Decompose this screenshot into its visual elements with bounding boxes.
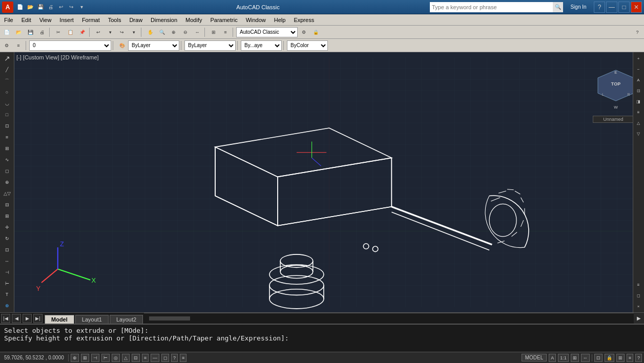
tab-layout2[interactable]: Layout2 <box>110 315 143 324</box>
pan-right-btn[interactable]: A <box>633 75 643 85</box>
layer-dropdown[interactable]: 0 <box>29 40 111 51</box>
lineweight-btn[interactable]: — <box>151 354 159 362</box>
ortho-btn[interactable]: ⊣ <box>91 354 99 362</box>
help-btn[interactable]: ? <box>635 354 642 362</box>
undo-btn[interactable]: ↩ <box>93 27 104 38</box>
zoom-window-btn[interactable]: ⊕ <box>168 27 179 38</box>
scroll-right-btn[interactable]: ▶ <box>634 313 644 324</box>
redo-btn[interactable]: ↪ <box>116 27 128 38</box>
extend-btn[interactable]: ⊢ <box>1 278 13 289</box>
rectangle-btn[interactable]: □ <box>1 110 13 120</box>
menu-draw[interactable]: Draw <box>125 14 147 25</box>
open-button[interactable]: 📂 <box>26 3 35 12</box>
menu-insert[interactable]: Insert <box>55 14 78 25</box>
search-input[interactable] <box>430 2 553 12</box>
zoom-in-btn[interactable]: + <box>633 53 643 63</box>
color-dropdown[interactable]: ByLayer <box>128 40 179 51</box>
zoom-out-btn[interactable]: − <box>633 64 643 74</box>
minimize-button[interactable]: ? <box>594 2 605 13</box>
undo-button[interactable]: ↩ <box>56 3 66 12</box>
fullscreen-btn[interactable]: ⊞ <box>616 354 625 362</box>
hatch-btn[interactable]: ⊡ <box>1 121 13 132</box>
tab-last-btn[interactable]: ▶| <box>33 314 43 323</box>
layer-settings-btn[interactable]: ⚙ <box>1 40 12 51</box>
qaccess-down[interactable]: ▾ <box>77 3 86 12</box>
scale-btn[interactable]: ⊡ <box>1 244 13 255</box>
minimize-button2[interactable]: — <box>606 2 617 13</box>
help-search-btn[interactable]: ? <box>632 27 643 38</box>
tab-next-btn[interactable]: ▶ <box>23 314 32 323</box>
redo-button[interactable]: ↪ <box>67 3 76 12</box>
plot-btn[interactable]: 🖨 <box>36 27 48 38</box>
tab-prev-btn[interactable]: ◀ <box>12 314 21 323</box>
viewport-split-btn[interactable]: ◻ <box>633 290 643 301</box>
search-icon[interactable]: 🔍 <box>553 2 563 12</box>
snap-btn[interactable]: ⊕ <box>71 354 79 362</box>
command-area[interactable]: Select objects to extrude or [MOde]: Spe… <box>0 324 644 352</box>
view-btn5[interactable]: ▽ <box>633 129 643 139</box>
tab-model[interactable]: Model <box>45 315 74 324</box>
otrack-btn[interactable]: △ <box>122 354 130 362</box>
menu-help[interactable]: Help <box>270 14 290 25</box>
tab-first-btn[interactable]: |◀ <box>1 314 10 323</box>
redo-list-btn[interactable]: ▾ <box>128 27 139 38</box>
menu-express[interactable]: Express <box>289 14 318 25</box>
workspace-lock-btn[interactable]: 🔒 <box>310 27 321 38</box>
copy-obj-btn[interactable]: ⊕ <box>1 177 13 187</box>
transparency-btn[interactable]: ◻ <box>161 354 169 362</box>
insert-btn[interactable]: ⊕ <box>1 301 13 311</box>
line-btn[interactable]: ╱ <box>1 65 13 75</box>
viewport[interactable]: [-] [Custom View] [2D Wireframe] <box>14 52 644 312</box>
mirror-btn[interactable]: △▽ <box>1 188 13 199</box>
menu-tools[interactable]: Tools <box>104 14 126 25</box>
menu-view[interactable]: View <box>35 14 56 25</box>
workspace-selector[interactable]: AutoCAD Classic 2D Drafting & Annotation… <box>236 27 298 37</box>
trim-btn[interactable]: ⊣ <box>1 267 13 277</box>
layer-color-btn[interactable]: 🎨 <box>116 40 128 51</box>
erase-btn[interactable]: ◻ <box>1 166 13 177</box>
polyline-btn[interactable]: ⌒ <box>1 76 13 87</box>
plot-style-dropdown[interactable]: ByColor <box>287 40 328 51</box>
scrollbar-thumb[interactable] <box>149 316 190 321</box>
zoom-prev-btn[interactable]: ⊖ <box>180 27 191 38</box>
zoom-extents-btn[interactable]: ↔ <box>192 27 203 38</box>
menu-dimension[interactable]: Dimension <box>147 14 181 25</box>
paste-btn[interactable]: 📌 <box>76 27 88 38</box>
lock-ui-btn[interactable]: 🔒 <box>605 354 614 362</box>
osnap-btn[interactable]: ◎ <box>112 354 120 362</box>
scale-btn[interactable]: 1:1 <box>558 354 569 362</box>
sc-btn[interactable]: ≡ <box>180 354 186 362</box>
matchprop-btn[interactable]: ≡ <box>220 27 231 38</box>
auto-scale-btn[interactable]: ↔ <box>581 354 590 362</box>
zoom-btn[interactable]: 🔍 <box>156 27 168 38</box>
menu-file[interactable]: File <box>0 14 17 25</box>
close-button[interactable]: ✕ <box>631 2 642 13</box>
view-btn1[interactable]: ⊡ <box>633 86 643 96</box>
lineweight-dropdown[interactable]: By...aye <box>241 40 282 51</box>
rotate-btn[interactable]: ↻ <box>1 233 13 244</box>
nav-cube[interactable]: TOP R L W E Unnamed <box>593 68 634 109</box>
viewport-close-btn[interactable]: × <box>633 301 643 311</box>
view-btn4[interactable]: △ <box>633 118 643 128</box>
arc-btn[interactable]: ◡ <box>1 98 13 109</box>
save-file-btn[interactable]: 💾 <box>25 27 36 38</box>
circle-btn[interactable]: ○ <box>1 87 13 98</box>
qp-btn[interactable]: ? <box>171 354 178 362</box>
horizontal-scrollbar[interactable] <box>144 313 634 324</box>
workspace-switch-btn[interactable]: ⊡ <box>594 354 603 362</box>
menu-modify[interactable]: Modify <box>181 14 206 25</box>
tab-layout1[interactable]: Layout1 <box>75 315 109 324</box>
viewport-controls-btn[interactable]: ≡ <box>633 280 643 290</box>
new-button[interactable]: 📄 <box>15 3 25 12</box>
copy-btn[interactable]: 📋 <box>65 27 76 38</box>
move-btn[interactable]: ✛ <box>1 222 13 232</box>
text-btn[interactable]: T <box>1 289 13 300</box>
properties-btn[interactable]: ⊞ <box>208 27 219 38</box>
pan-btn[interactable]: ✋ <box>144 27 156 38</box>
sign-in-button[interactable]: Sign In <box>563 3 594 12</box>
customization-btn[interactable]: ≡ <box>627 354 633 362</box>
multiline-btn[interactable]: ∿ <box>1 155 13 165</box>
undo-list-btn[interactable]: ▾ <box>105 27 116 38</box>
ducs-btn[interactable]: ⊟ <box>132 354 140 362</box>
menu-parametric[interactable]: Parametric <box>206 14 241 25</box>
